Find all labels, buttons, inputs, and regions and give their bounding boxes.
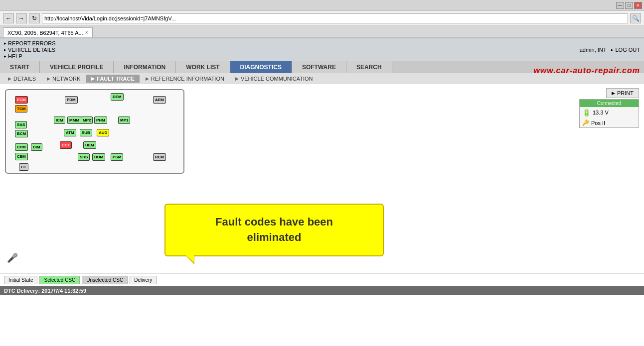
tab-label: XC90, 2005, B6294T, 4T65 A... — [7, 30, 83, 36]
ecu-atm[interactable]: ATM — [64, 129, 76, 136]
menu-report-errors[interactable]: REPORT ERRORS — [4, 40, 56, 46]
menu-help[interactable]: HELP — [4, 53, 56, 59]
legend-delivery[interactable]: Delivery — [130, 276, 157, 284]
ecu-mp1[interactable]: MP1 — [118, 116, 130, 124]
sub-nav-network[interactable]: NETWORK — [42, 75, 85, 83]
ecu-icm[interactable]: ICM — [54, 116, 65, 124]
tab-work-list[interactable]: WORK LIST — [176, 61, 230, 73]
sub-nav-details[interactable]: DETAILS — [3, 75, 41, 83]
title-bar: — □ ✕ — [0, 0, 644, 11]
back-button[interactable]: ← — [3, 13, 14, 23]
voltage-detail: 🔋 13.3 V — [580, 107, 639, 118]
sub-nav-fault-trace[interactable]: FAULT TRACE — [86, 75, 140, 83]
sub-nav-reference-info[interactable]: REFERENCE INFORMATION — [141, 75, 229, 83]
ecu-mmm[interactable]: MMM — [67, 116, 81, 124]
menu-vehicle-details[interactable]: VEHICLE DETAILS — [4, 47, 56, 53]
ecu-aud[interactable]: AUD — [97, 129, 109, 136]
close-button[interactable]: ✕ — [634, 2, 642, 9]
tab-diagnostics[interactable]: DIAGNOSTICS — [230, 61, 292, 73]
ecu-cpm[interactable]: CPM — [15, 143, 28, 151]
tab-search[interactable]: SEARCH — [346, 61, 392, 73]
ecu-tcm[interactable]: TCM — [15, 105, 27, 113]
tab-start[interactable]: START — [0, 61, 40, 73]
watermark: www.car-auto-repair.com — [533, 66, 640, 75]
position-detail: 🔑 Pos II — [580, 118, 639, 127]
dtc-status-bar: DTC Delivery: 2017/7/4 11:32:59 — [0, 286, 644, 295]
battery-icon: 🔋 — [582, 109, 591, 116]
tab-vehicle-profile[interactable]: VEHICLE PROFILE — [40, 61, 114, 73]
content-area: ECM TCM SAS BCM CPM DIM CEM CT PDM DEM A… — [0, 84, 644, 273]
ecu-phm[interactable]: PHM — [94, 116, 107, 124]
legend-selected-csc[interactable]: Selected CSC — [39, 276, 80, 284]
voltage-value: 13.3 V — [593, 110, 609, 115]
app-container: www.car-auto-repair.com REPORT ERRORS VE… — [0, 38, 644, 346]
tab-information[interactable]: INFORMATION — [114, 61, 176, 73]
ecu-dim[interactable]: DIM — [31, 143, 42, 151]
ecu-ecm[interactable]: ECM — [15, 96, 28, 104]
legend-bar: Initial State Selected CSC Unselected CS… — [0, 273, 644, 286]
fault-popup: Fault codes have been eliminated — [164, 204, 384, 256]
ecu-sub[interactable]: SUB — [80, 129, 92, 136]
ecu-srs[interactable]: SRS — [78, 153, 90, 161]
fault-popup-line2: eliminated — [247, 231, 302, 243]
ecu-aem[interactable]: AEM — [153, 96, 166, 104]
ecu-sas[interactable]: SAS — [15, 121, 27, 128]
dtc-status-text: DTC Delivery: 2017/7/4 11:32:59 — [4, 288, 86, 294]
refresh-button[interactable]: ↻ — [29, 13, 40, 23]
tab-software[interactable]: SOFTWARE — [292, 61, 346, 73]
connection-status-panel: Connected 🔋 13.3 V 🔑 Pos II — [579, 99, 639, 128]
network-diagram: ECM TCM SAS BCM CPM DIM CEM CT PDM DEM A… — [5, 89, 184, 174]
main-work-area — [0, 295, 644, 346]
tab-close-button[interactable]: × — [85, 30, 88, 35]
address-bar[interactable] — [42, 13, 628, 23]
ecu-bcm[interactable]: BCM — [15, 130, 28, 137]
forward-button[interactable]: → — [16, 13, 27, 23]
ecu-cct[interactable]: CCT — [60, 141, 72, 149]
tab-bar: XC90, 2005, B6294T, 4T65 A... × — [0, 26, 644, 38]
ecu-psm[interactable]: PSM — [111, 153, 123, 161]
nav-bar: ← → ↻ 🔍 — [0, 11, 644, 26]
connected-status: Connected — [580, 100, 639, 107]
ecu-mp2[interactable]: MP2 — [81, 116, 93, 124]
sub-nav-vehicle-communication[interactable]: VEHICLE COMMUNICATION — [230, 75, 318, 83]
key-icon: 🔑 — [582, 119, 589, 126]
fault-popup-line1: Fault codes have been — [215, 216, 333, 228]
ecu-ddm[interactable]: DDM — [92, 153, 105, 161]
print-button[interactable]: PRINT — [606, 88, 639, 98]
ecu-dem[interactable]: DEM — [111, 93, 124, 101]
ecu-pdm[interactable]: PDM — [65, 96, 78, 104]
top-menu-bar: REPORT ERRORS VEHICLE DETAILS HELP admin… — [0, 38, 644, 61]
search-nav-button[interactable]: 🔍 — [630, 13, 641, 23]
ecu-ct[interactable]: CT — [19, 163, 28, 171]
logout-button[interactable]: LOG OUT — [611, 47, 640, 53]
legend-unselected-csc[interactable]: Unselected CSC — [82, 276, 128, 284]
position-value: Pos II — [591, 120, 605, 126]
top-menu-left: REPORT ERRORS VEHICLE DETAILS HELP — [4, 40, 56, 59]
minimize-button[interactable]: — — [616, 2, 624, 9]
legend-initial-state[interactable]: Initial State — [4, 276, 37, 284]
admin-label: admin, INT — [580, 47, 607, 53]
ecu-cem[interactable]: CEM — [15, 153, 28, 160]
maximize-button[interactable]: □ — [625, 2, 633, 9]
ecu-uem[interactable]: UEM — [83, 141, 96, 149]
browser-chrome: — □ ✕ ← → ↻ 🔍 XC90, 2005, B6294T, 4T65 A… — [0, 0, 644, 38]
top-menu-right: admin, INT LOG OUT — [580, 47, 640, 53]
browser-tab[interactable]: XC90, 2005, B6294T, 4T65 A... × — [3, 27, 93, 37]
ecu-rem[interactable]: REM — [153, 153, 166, 161]
mic-icon: 🎤 — [7, 252, 18, 263]
